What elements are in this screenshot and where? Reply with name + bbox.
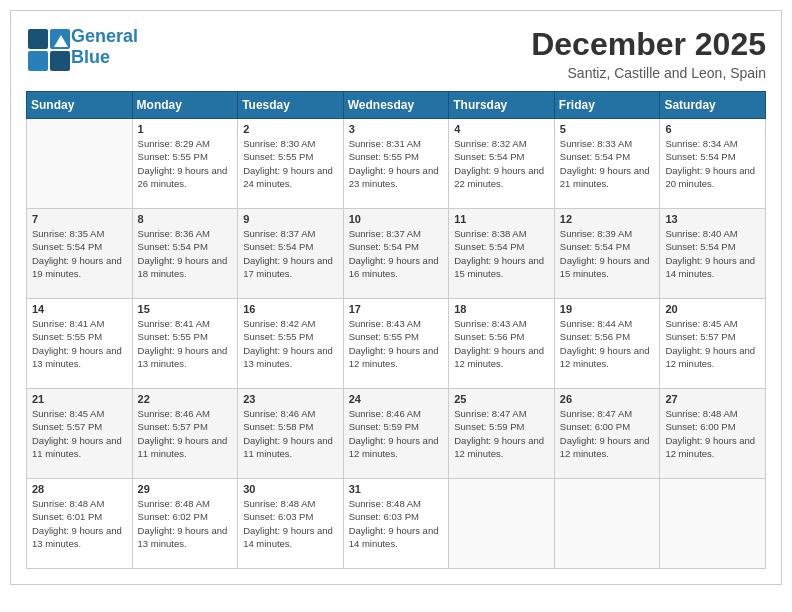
- title-block: December 2025 Santiz, Castille and Leon,…: [531, 26, 766, 81]
- day-number: 13: [665, 213, 760, 225]
- day-number: 24: [349, 393, 444, 405]
- svg-rect-0: [28, 29, 48, 49]
- day-info: Sunrise: 8:34 AMSunset: 5:54 PMDaylight:…: [665, 137, 760, 190]
- calendar-week-row: 7Sunrise: 8:35 AMSunset: 5:54 PMDaylight…: [27, 209, 766, 299]
- calendar-week-row: 21Sunrise: 8:45 AMSunset: 5:57 PMDayligh…: [27, 389, 766, 479]
- calendar-cell: 4Sunrise: 8:32 AMSunset: 5:54 PMDaylight…: [449, 119, 555, 209]
- calendar-cell: 25Sunrise: 8:47 AMSunset: 5:59 PMDayligh…: [449, 389, 555, 479]
- calendar-cell: 31Sunrise: 8:48 AMSunset: 6:03 PMDayligh…: [343, 479, 449, 569]
- day-info: Sunrise: 8:41 AMSunset: 5:55 PMDaylight:…: [138, 317, 233, 370]
- day-number: 17: [349, 303, 444, 315]
- header-row: SundayMondayTuesdayWednesdayThursdayFrid…: [27, 92, 766, 119]
- day-number: 10: [349, 213, 444, 225]
- day-number: 2: [243, 123, 338, 135]
- calendar-cell: 9Sunrise: 8:37 AMSunset: 5:54 PMDaylight…: [238, 209, 344, 299]
- calendar-cell: 29Sunrise: 8:48 AMSunset: 6:02 PMDayligh…: [132, 479, 238, 569]
- calendar-cell: 10Sunrise: 8:37 AMSunset: 5:54 PMDayligh…: [343, 209, 449, 299]
- calendar-cell: 13Sunrise: 8:40 AMSunset: 5:54 PMDayligh…: [660, 209, 766, 299]
- logo-line2: Blue: [71, 47, 110, 67]
- day-number: 18: [454, 303, 549, 315]
- day-info: Sunrise: 8:30 AMSunset: 5:55 PMDaylight:…: [243, 137, 338, 190]
- calendar-cell: 18Sunrise: 8:43 AMSunset: 5:56 PMDayligh…: [449, 299, 555, 389]
- calendar-cell: 16Sunrise: 8:42 AMSunset: 5:55 PMDayligh…: [238, 299, 344, 389]
- calendar-cell: 2Sunrise: 8:30 AMSunset: 5:55 PMDaylight…: [238, 119, 344, 209]
- calendar-cell: [27, 119, 133, 209]
- calendar-week-row: 1Sunrise: 8:29 AMSunset: 5:55 PMDaylight…: [27, 119, 766, 209]
- day-info: Sunrise: 8:29 AMSunset: 5:55 PMDaylight:…: [138, 137, 233, 190]
- day-number: 27: [665, 393, 760, 405]
- day-info: Sunrise: 8:38 AMSunset: 5:54 PMDaylight:…: [454, 227, 549, 280]
- calendar-cell: [660, 479, 766, 569]
- day-number: 20: [665, 303, 760, 315]
- day-info: Sunrise: 8:45 AMSunset: 5:57 PMDaylight:…: [32, 407, 127, 460]
- header-day: Thursday: [449, 92, 555, 119]
- day-info: Sunrise: 8:44 AMSunset: 5:56 PMDaylight:…: [560, 317, 655, 370]
- header-day: Saturday: [660, 92, 766, 119]
- day-number: 9: [243, 213, 338, 225]
- day-info: Sunrise: 8:31 AMSunset: 5:55 PMDaylight:…: [349, 137, 444, 190]
- calendar-cell: 11Sunrise: 8:38 AMSunset: 5:54 PMDayligh…: [449, 209, 555, 299]
- day-info: Sunrise: 8:48 AMSunset: 6:00 PMDaylight:…: [665, 407, 760, 460]
- day-number: 22: [138, 393, 233, 405]
- page-title: December 2025: [531, 26, 766, 63]
- day-number: 7: [32, 213, 127, 225]
- day-info: Sunrise: 8:39 AMSunset: 5:54 PMDaylight:…: [560, 227, 655, 280]
- day-number: 15: [138, 303, 233, 315]
- calendar-table: SundayMondayTuesdayWednesdayThursdayFrid…: [26, 91, 766, 569]
- day-info: Sunrise: 8:46 AMSunset: 5:59 PMDaylight:…: [349, 407, 444, 460]
- day-number: 25: [454, 393, 549, 405]
- svg-rect-3: [50, 51, 70, 71]
- header-day: Tuesday: [238, 92, 344, 119]
- page-subtitle: Santiz, Castille and Leon, Spain: [531, 65, 766, 81]
- header-day: Monday: [132, 92, 238, 119]
- day-info: Sunrise: 8:43 AMSunset: 5:56 PMDaylight:…: [454, 317, 549, 370]
- svg-rect-2: [28, 51, 48, 71]
- calendar-week-row: 14Sunrise: 8:41 AMSunset: 5:55 PMDayligh…: [27, 299, 766, 389]
- day-number: 31: [349, 483, 444, 495]
- calendar-cell: 19Sunrise: 8:44 AMSunset: 5:56 PMDayligh…: [554, 299, 660, 389]
- day-number: 23: [243, 393, 338, 405]
- day-info: Sunrise: 8:48 AMSunset: 6:03 PMDaylight:…: [349, 497, 444, 550]
- day-info: Sunrise: 8:48 AMSunset: 6:03 PMDaylight:…: [243, 497, 338, 550]
- day-info: Sunrise: 8:33 AMSunset: 5:54 PMDaylight:…: [560, 137, 655, 190]
- day-info: Sunrise: 8:47 AMSunset: 5:59 PMDaylight:…: [454, 407, 549, 460]
- day-info: Sunrise: 8:45 AMSunset: 5:57 PMDaylight:…: [665, 317, 760, 370]
- day-info: Sunrise: 8:32 AMSunset: 5:54 PMDaylight:…: [454, 137, 549, 190]
- calendar-cell: 28Sunrise: 8:48 AMSunset: 6:01 PMDayligh…: [27, 479, 133, 569]
- calendar-cell: 1Sunrise: 8:29 AMSunset: 5:55 PMDaylight…: [132, 119, 238, 209]
- calendar-cell: 8Sunrise: 8:36 AMSunset: 5:54 PMDaylight…: [132, 209, 238, 299]
- day-number: 6: [665, 123, 760, 135]
- day-info: Sunrise: 8:48 AMSunset: 6:01 PMDaylight:…: [32, 497, 127, 550]
- calendar-cell: 14Sunrise: 8:41 AMSunset: 5:55 PMDayligh…: [27, 299, 133, 389]
- calendar-cell: 3Sunrise: 8:31 AMSunset: 5:55 PMDaylight…: [343, 119, 449, 209]
- calendar-cell: [554, 479, 660, 569]
- day-info: Sunrise: 8:41 AMSunset: 5:55 PMDaylight:…: [32, 317, 127, 370]
- calendar-cell: 5Sunrise: 8:33 AMSunset: 5:54 PMDaylight…: [554, 119, 660, 209]
- calendar-cell: 26Sunrise: 8:47 AMSunset: 6:00 PMDayligh…: [554, 389, 660, 479]
- calendar-cell: 22Sunrise: 8:46 AMSunset: 5:57 PMDayligh…: [132, 389, 238, 479]
- calendar-cell: 6Sunrise: 8:34 AMSunset: 5:54 PMDaylight…: [660, 119, 766, 209]
- day-info: Sunrise: 8:46 AMSunset: 5:58 PMDaylight:…: [243, 407, 338, 460]
- calendar-cell: 15Sunrise: 8:41 AMSunset: 5:55 PMDayligh…: [132, 299, 238, 389]
- logo-line1: General: [71, 26, 138, 46]
- calendar-cell: 12Sunrise: 8:39 AMSunset: 5:54 PMDayligh…: [554, 209, 660, 299]
- calendar-cell: 27Sunrise: 8:48 AMSunset: 6:00 PMDayligh…: [660, 389, 766, 479]
- day-number: 4: [454, 123, 549, 135]
- day-number: 28: [32, 483, 127, 495]
- day-number: 30: [243, 483, 338, 495]
- header-day: Friday: [554, 92, 660, 119]
- calendar-cell: 7Sunrise: 8:35 AMSunset: 5:54 PMDaylight…: [27, 209, 133, 299]
- day-info: Sunrise: 8:35 AMSunset: 5:54 PMDaylight:…: [32, 227, 127, 280]
- calendar-cell: 30Sunrise: 8:48 AMSunset: 6:03 PMDayligh…: [238, 479, 344, 569]
- header-day: Wednesday: [343, 92, 449, 119]
- day-info: Sunrise: 8:48 AMSunset: 6:02 PMDaylight:…: [138, 497, 233, 550]
- day-number: 26: [560, 393, 655, 405]
- calendar-cell: 17Sunrise: 8:43 AMSunset: 5:55 PMDayligh…: [343, 299, 449, 389]
- calendar-cell: 20Sunrise: 8:45 AMSunset: 5:57 PMDayligh…: [660, 299, 766, 389]
- day-number: 16: [243, 303, 338, 315]
- day-info: Sunrise: 8:37 AMSunset: 5:54 PMDaylight:…: [349, 227, 444, 280]
- day-number: 19: [560, 303, 655, 315]
- day-number: 5: [560, 123, 655, 135]
- day-info: Sunrise: 8:40 AMSunset: 5:54 PMDaylight:…: [665, 227, 760, 280]
- calendar-cell: 21Sunrise: 8:45 AMSunset: 5:57 PMDayligh…: [27, 389, 133, 479]
